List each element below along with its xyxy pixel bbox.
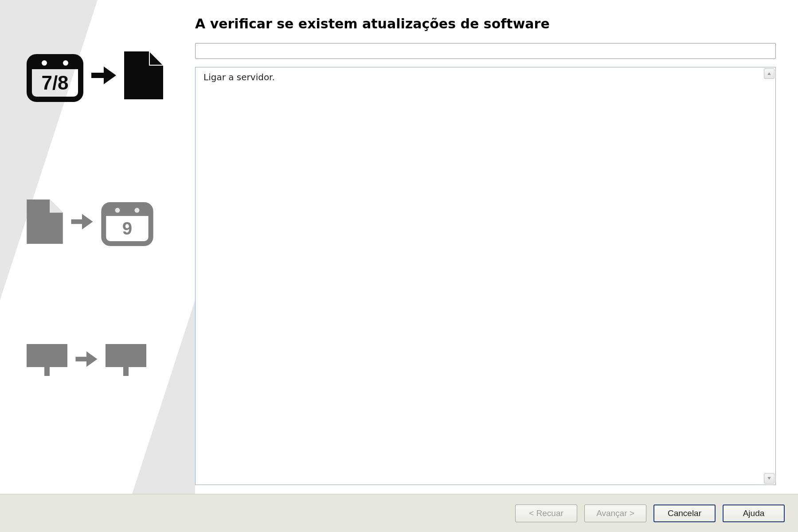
- arrow-right-icon: [71, 212, 93, 231]
- upper-region: 7/8: [0, 0, 798, 494]
- step2-calendar-label: 9: [122, 218, 132, 239]
- log-panel: Ligar a servidor.: [195, 67, 776, 485]
- next-button[interactable]: Avançar >: [584, 505, 646, 522]
- svg-rect-1: [29, 57, 81, 69]
- help-button[interactable]: Ajuda: [723, 505, 785, 522]
- progress-bar: [195, 43, 776, 59]
- svg-marker-13: [150, 52, 162, 65]
- step-convert: 7 9: [27, 341, 182, 377]
- step1-calendar-label: 7/8: [41, 72, 68, 94]
- chevron-down-icon: [767, 476, 771, 481]
- svg-marker-28: [767, 72, 771, 75]
- step3-to-label: 9: [121, 347, 131, 366]
- svg-marker-14: [27, 200, 63, 244]
- wizard-window: 7/8: [0, 0, 798, 532]
- scroll-up-button[interactable]: [764, 68, 775, 79]
- document-icon: [124, 51, 163, 99]
- svg-rect-19: [104, 205, 151, 216]
- sign-from-icon: 7: [27, 341, 67, 377]
- svg-marker-15: [50, 200, 63, 213]
- sign-to-icon: 9: [106, 341, 146, 377]
- svg-marker-29: [767, 477, 771, 480]
- chevron-up-icon: [767, 71, 771, 76]
- calendar-icon: 9: [101, 197, 153, 246]
- log-line: Ligar a servidor.: [203, 72, 767, 82]
- back-button[interactable]: < Recuar: [515, 505, 577, 522]
- sidebar-steps: 7/8: [0, 0, 195, 377]
- svg-rect-16: [71, 219, 83, 224]
- cancel-button[interactable]: Cancelar: [653, 505, 716, 522]
- wizard-footer: < Recuar Avançar > Cancelar Ajuda: [0, 494, 798, 532]
- main-panel: A verificar se existem atualizações de s…: [195, 0, 798, 494]
- step-import: 9: [27, 197, 182, 246]
- scroll-down-button[interactable]: [764, 473, 775, 484]
- calendar-icon: 7/8: [27, 49, 83, 102]
- arrow-right-icon: [91, 65, 116, 86]
- svg-point-2: [42, 60, 47, 66]
- svg-rect-27: [123, 367, 129, 376]
- step3-from-label: 7: [42, 347, 52, 366]
- svg-marker-6: [124, 51, 163, 99]
- document-icon: [27, 200, 63, 244]
- svg-marker-5: [104, 66, 116, 84]
- svg-marker-25: [86, 352, 98, 367]
- svg-point-21: [135, 208, 140, 213]
- svg-rect-23: [44, 367, 50, 376]
- svg-point-20: [115, 208, 120, 213]
- svg-point-3: [63, 60, 68, 66]
- page-title: A verificar se existem atualizações de s…: [195, 16, 776, 31]
- svg-rect-24: [76, 357, 87, 362]
- svg-marker-17: [82, 214, 93, 230]
- step-export: 7/8: [27, 49, 182, 102]
- arrow-right-icon: [75, 350, 98, 368]
- wizard-sidebar: 7/8: [0, 0, 195, 494]
- svg-rect-4: [91, 73, 105, 78]
